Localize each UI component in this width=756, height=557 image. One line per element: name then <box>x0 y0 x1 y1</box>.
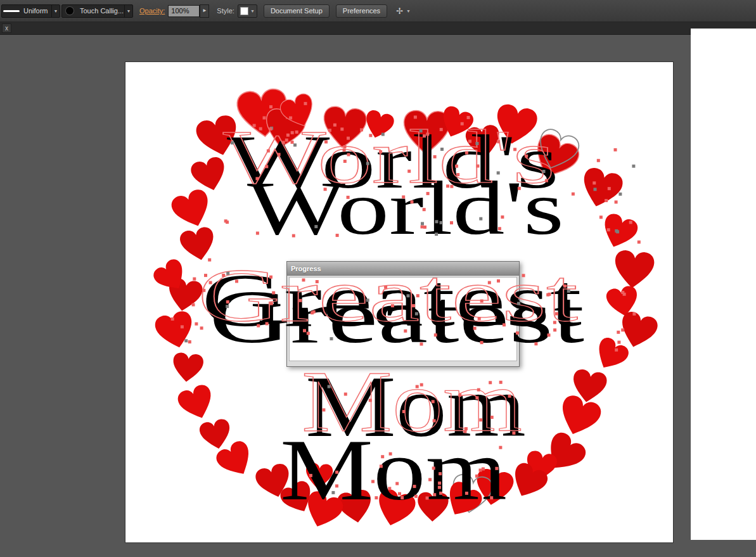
stroke-profile-dropdown[interactable]: Uniform ▼ <box>1 4 60 18</box>
graphic-style-dropdown[interactable]: ▼ <box>238 4 257 18</box>
touch-workspace-icon[interactable]: ✢ <box>396 6 403 16</box>
opacity-input[interactable] <box>168 5 200 17</box>
control-bar: Uniform ▼ Touch Callig... ▼ Opacity: ► S… <box>0 0 756 22</box>
document-tab-bar: x <box>0 22 756 35</box>
progress-dialog-title: Progress <box>291 265 321 272</box>
chevron-down-icon[interactable]: ▼ <box>51 5 60 17</box>
style-label: Style: <box>217 7 234 15</box>
chevron-down-icon[interactable]: ▼ <box>124 5 132 17</box>
brush-label: Touch Callig... <box>77 7 124 15</box>
style-swatch <box>240 7 248 15</box>
document-setup-button[interactable]: Document Setup <box>264 4 330 18</box>
chevron-down-icon[interactable]: ▼ <box>406 9 411 13</box>
progress-dialog-content <box>289 277 517 361</box>
chevron-down-icon[interactable]: ▼ <box>248 5 257 17</box>
right-artboard <box>691 29 756 540</box>
calligraphic-brush-icon <box>62 5 77 17</box>
uniform-width-profile-icon <box>2 5 21 17</box>
progress-dialog-body <box>287 276 519 366</box>
opacity-stepper-button[interactable]: ► <box>200 4 209 18</box>
opacity-link[interactable]: Opacity: <box>139 7 165 15</box>
progress-dialog: Progress <box>286 261 520 367</box>
stroke-profile-label: Uniform <box>21 7 51 15</box>
preferences-button[interactable]: Preferences <box>336 4 387 18</box>
progress-dialog-titlebar[interactable]: Progress <box>287 262 519 276</box>
brush-definition-dropdown[interactable]: Touch Callig... ▼ <box>61 4 133 18</box>
illustrator-window: Uniform ▼ Touch Callig... ▼ Opacity: ► S… <box>0 0 756 557</box>
close-tab-button[interactable]: x <box>2 23 11 33</box>
